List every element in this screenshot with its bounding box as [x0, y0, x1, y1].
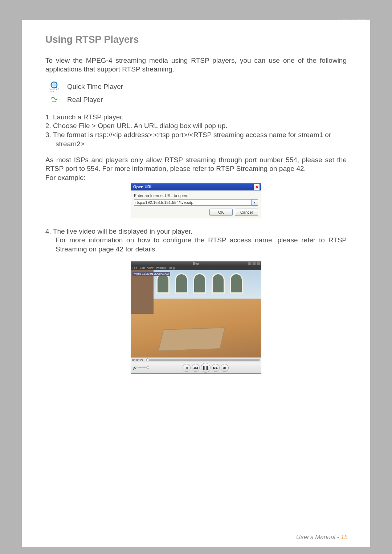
open-url-dialog: Open URL ✕ Enter an Internet URL to open…: [131, 183, 261, 219]
step-4-detail: For more information on how to configure…: [45, 236, 347, 254]
volume-knob[interactable]: [147, 366, 149, 369]
player-menu-edit[interactable]: Edit: [140, 266, 145, 270]
page-content: Using RTSP Players To view the MPEG-4 st…: [22, 20, 370, 547]
open-url-dropdown-button[interactable]: ▾: [252, 199, 258, 206]
steps-list-2: 4. The live video will be displayed in y…: [45, 227, 347, 254]
skip-forward-icon: ⏭: [223, 366, 226, 370]
app-realplayer-label: Real Player: [67, 96, 103, 104]
app-list: Q u i c k T i m e Quick Time Player real…: [49, 80, 347, 106]
page-heading: Using RTSP Players: [45, 34, 347, 45]
open-url-close-button[interactable]: ✕: [254, 184, 260, 190]
svg-point-1: [52, 83, 56, 86]
player-menu-window[interactable]: Window: [156, 266, 166, 270]
step-3: 3. The format is rtsp://<ip address>:<rt…: [45, 131, 347, 148]
close-icon: ✕: [255, 185, 258, 189]
step-1: 1. Launch a RTSP player.: [45, 113, 347, 122]
open-url-ok-button[interactable]: OK: [209, 209, 233, 216]
player-rewind-button[interactable]: ◀◀: [192, 364, 200, 372]
open-url-input[interactable]: [134, 199, 252, 206]
player-time-label: 00:00:27: [132, 358, 144, 362]
app-quicktime: Q u i c k T i m e Quick Time Player: [49, 80, 347, 93]
player-menu-file[interactable]: File: [132, 266, 137, 270]
forward-icon: ▶▶: [213, 366, 218, 370]
pause-icon: ❚❚: [202, 365, 209, 370]
realplayer-icon-caption: real: [52, 100, 56, 103]
volume-icon: 🔊: [132, 366, 137, 370]
intro-paragraph: To view the MPEG-4 streaming media using…: [45, 56, 347, 74]
player-menu-help[interactable]: Help: [169, 266, 175, 270]
player-menubar: File Edit View Window Help: [131, 266, 261, 270]
port-paragraph: As most ISPs and players only allow RTSP…: [45, 156, 347, 173]
player-seek-track[interactable]: [146, 359, 260, 361]
open-url-prompt: Enter an Internet URL to open:: [134, 193, 258, 198]
page-footer: User's Manual - 15: [296, 534, 348, 541]
player-titlebar: llive: [131, 262, 261, 266]
open-url-title-text: Open URL: [133, 185, 153, 189]
player-controls: 🔊 ⏮ ◀◀ ❚❚ ▶▶ ⏭: [131, 362, 261, 373]
player-next-button[interactable]: ⏭: [221, 364, 229, 372]
player-seek-knob[interactable]: [146, 358, 149, 361]
player-window: llive File Edit View Window Help: [131, 261, 261, 374]
player-maximize-button[interactable]: [252, 262, 256, 265]
app-realplayer: real Real Player: [49, 93, 347, 106]
footer-page-number: 15: [341, 534, 348, 541]
player-menu-view[interactable]: View: [147, 266, 154, 270]
footer-label: User's Manual -: [296, 534, 341, 541]
player-video-overlay: Video 16:38:01 2008/01/03: [132, 272, 170, 276]
skip-back-icon: ⏮: [185, 366, 188, 370]
volume-slider[interactable]: [138, 367, 149, 368]
app-quicktime-label: Quick Time Player: [67, 83, 123, 91]
rewind-icon: ◀◀: [193, 366, 198, 370]
realplayer-icon: real: [49, 95, 59, 105]
open-url-cancel-button[interactable]: Cancel: [235, 209, 258, 216]
steps-list-1: 1. Launch a RTSP player. 2. Choose File …: [45, 113, 347, 149]
quicktime-icon-caption: Q u i c k T i m e: [49, 88, 59, 93]
step-4: 4. The live video will be displayed in y…: [45, 227, 347, 236]
player-close-button[interactable]: [257, 262, 260, 265]
player-forward-button[interactable]: ▶▶: [212, 364, 220, 372]
player-minimize-button[interactable]: [248, 262, 252, 265]
player-window-controls: [248, 262, 260, 265]
player-seekbar: 00:00:27: [131, 357, 261, 362]
player-prev-button[interactable]: ⏮: [183, 364, 191, 372]
player-pause-button[interactable]: ❚❚: [201, 363, 211, 373]
quicktime-icon: Q u i c k T i m e: [49, 82, 59, 92]
for-example-label: For example:: [45, 174, 347, 182]
open-url-titlebar: Open URL ✕: [131, 184, 261, 190]
chevron-down-icon: ▾: [254, 201, 256, 204]
player-video-area: Video 16:38:01 2008/01/03: [131, 270, 261, 357]
step-2: 2. Choose File > Open URL. An URL dialog…: [45, 122, 347, 131]
player-title-text: llive: [193, 262, 199, 266]
